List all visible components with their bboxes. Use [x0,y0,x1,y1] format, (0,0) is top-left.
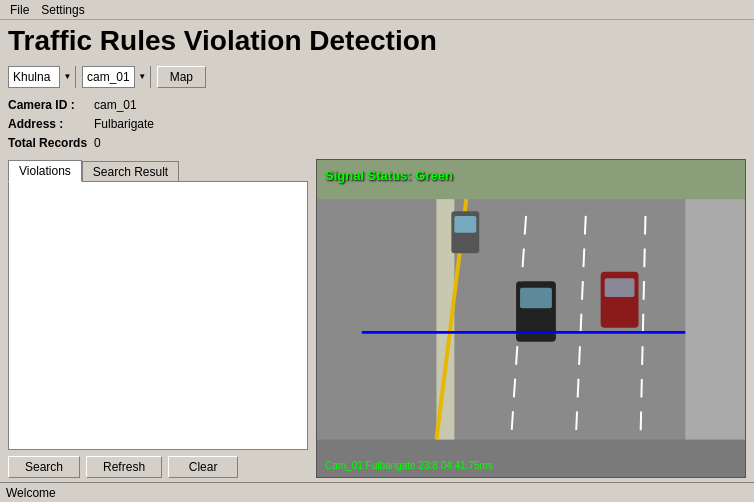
camera-dropdown-arrow[interactable]: ▼ [134,66,150,88]
bottom-area: Violations Search Result Search Refresh … [8,159,746,478]
clear-button[interactable]: Clear [168,456,238,478]
camera-feed: Signal Status: Green Cam_01 Fulbarigate … [316,159,746,478]
camera-bottom-overlay: Cam_01 Fulbarigate 23:8 04:41.75ms [325,460,493,471]
signal-status-text: Signal Status: Green [325,168,453,183]
file-menu[interactable]: File [4,2,35,18]
tab-violations[interactable]: Violations [8,160,82,182]
camera-dropdown[interactable]: cam_01 ▼ [82,66,151,88]
address-label: Address : [8,115,88,134]
city-dropdown-arrow[interactable]: ▼ [59,66,75,88]
address-value: Fulbarigate [94,115,154,134]
status-text: Welcome [6,486,56,500]
menubar: File Settings [0,0,754,20]
total-records-label: Total Records [8,134,88,153]
camera-value: cam_01 [83,70,134,84]
map-button[interactable]: Map [157,66,206,88]
road-background: Signal Status: Green Cam_01 Fulbarigate … [317,160,745,477]
info-section: Camera ID : cam_01 Address : Fulbarigate… [8,96,746,154]
main-content: Traffic Rules Violation Detection Khulna… [0,20,754,482]
total-records-value: 0 [94,134,101,153]
city-dropdown[interactable]: Khulna ▼ [8,66,76,88]
status-bar: Welcome [0,482,754,502]
page-title: Traffic Rules Violation Detection [8,24,746,58]
settings-menu[interactable]: Settings [35,2,90,18]
road-svg [317,160,745,477]
svg-rect-2 [685,199,745,439]
camera-id-value: cam_01 [94,96,137,115]
city-value: Khulna [9,70,59,84]
svg-rect-13 [605,279,635,298]
camera-id-label: Camera ID : [8,96,88,115]
tab-search-result[interactable]: Search Result [82,161,179,182]
search-button[interactable]: Search [8,456,80,478]
action-buttons: Search Refresh Clear [8,456,308,478]
tabs: Violations Search Result [8,159,308,181]
refresh-button[interactable]: Refresh [86,456,162,478]
left-panel: Violations Search Result Search Refresh … [8,159,308,478]
controls-row: Khulna ▼ cam_01 ▼ Map [8,66,746,88]
svg-rect-9 [454,216,476,233]
violations-list[interactable] [8,181,308,450]
svg-rect-11 [520,288,552,309]
